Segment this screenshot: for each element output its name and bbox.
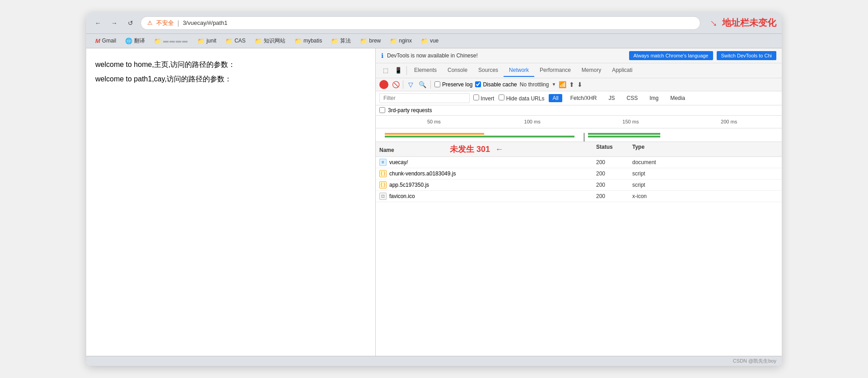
preserve-log-label: Preserve log [442, 81, 472, 88]
separator: | [177, 19, 179, 27]
timeline-label-100ms: 100 ms [483, 119, 582, 124]
bookmark-cas[interactable]: 📁 CAS [222, 36, 249, 46]
tab-console[interactable]: Console [442, 64, 473, 77]
devtools-notification: ℹ DevTools is now available in Chinese! … [376, 48, 782, 63]
header-status: Status [596, 144, 632, 155]
row-type-appjs: script [632, 182, 778, 188]
clear-button[interactable]: 🚫 [391, 80, 400, 89]
tab-sources[interactable]: Sources [473, 64, 504, 77]
folder-icon: 📁 [154, 38, 161, 44]
bookmark-translate[interactable]: 🌐 翻译 [121, 36, 149, 46]
warning-icon: ⚠ [147, 19, 153, 26]
filter-type-css[interactable]: CSS [623, 94, 641, 102]
row-status-appjs: 200 [596, 182, 632, 188]
bookmark-vue[interactable]: 📁 vue [417, 36, 442, 46]
search-button[interactable]: 🔍 [418, 80, 427, 89]
js-icon: { } [379, 170, 387, 177]
third-party-checkbox[interactable] [379, 107, 385, 113]
row-filename-appjs: app.5c197350.js [389, 182, 429, 188]
table-row[interactable]: □ favicon.ico 200 x-icon [376, 191, 782, 202]
row-status-chunk-vendors: 200 [596, 170, 632, 177]
tab-application[interactable]: Applicati [607, 64, 638, 77]
arrow-icon: → [706, 14, 723, 31]
row-filename-favicon: favicon.ico [389, 193, 415, 199]
row-name-appjs: { } app.5c197350.js [379, 181, 596, 189]
bookmark-junit[interactable]: 📁 junit [194, 36, 220, 46]
folder-icon-mybatis: 📁 [294, 38, 302, 44]
devtools-tabs: ⬚ 📱 Elements Console Sources Network Per… [376, 63, 782, 78]
ico-icon: □ [379, 193, 387, 200]
tab-performance[interactable]: Performance [534, 64, 576, 77]
preserve-log-checkbox[interactable] [434, 81, 440, 87]
invert-label: Invert [481, 95, 494, 102]
filter-type-all[interactable]: All [549, 94, 562, 102]
third-party-bar: 3rd-party requests [376, 105, 782, 116]
table-row[interactable]: { } chunk-vendors.a0183049.js 200 script [376, 168, 782, 180]
disable-cache-checkbox[interactable] [475, 81, 481, 87]
invert-option: Invert [473, 94, 494, 102]
forward-button[interactable]: → [108, 17, 121, 29]
header-name: Name 未发生 301 ← [379, 144, 596, 155]
row-name-vuecay: ≡ vuecay/ [379, 159, 596, 166]
translate-icon: 🌐 [125, 38, 132, 44]
filter-type-js[interactable]: JS [605, 94, 618, 102]
bookmark-blurred-label: ▬▬▬▬ [163, 38, 188, 44]
notification-text: DevTools is now available in Chinese! [387, 52, 625, 59]
back-button[interactable]: ← [92, 17, 104, 29]
bookmark-nginx[interactable]: 📁 nginx [386, 36, 415, 46]
row-type-favicon: x-icon [632, 193, 778, 199]
bookmark-blurred[interactable]: 📁 ▬▬▬▬ [150, 36, 192, 46]
page-content: welcome to home,主页,访问的路径的参数： welcome to … [86, 48, 375, 356]
invert-checkbox[interactable] [473, 94, 479, 100]
insecure-label: 不安全 [156, 19, 174, 27]
row-status-vuecay: 200 [596, 159, 632, 165]
wifi-icon: 📶 [559, 81, 566, 88]
bookmark-mybatis[interactable]: 📁 mybatis [291, 36, 326, 46]
address-annotation: → 地址栏未变化 [709, 17, 776, 29]
disable-cache-label: Disable cache [483, 81, 517, 88]
no-throttling-label: No throttling [520, 81, 549, 88]
bookmark-nginx-label: nginx [399, 38, 412, 44]
header-type: Type [632, 144, 778, 155]
info-icon: ℹ [381, 52, 383, 59]
timeline-green-bar2 [588, 133, 660, 135]
timeline-label-50ms: 50 ms [385, 119, 483, 124]
filter-input[interactable] [379, 93, 470, 103]
switch-devtools-button[interactable]: Switch DevTools to Chi [717, 51, 777, 60]
bookmark-suanfa[interactable]: 📁 算法 [327, 36, 355, 46]
bookmark-cas-label: CAS [234, 38, 246, 44]
filter-button[interactable]: ▽ [406, 80, 415, 89]
bookmark-junit-label: junit [206, 38, 216, 44]
tab-divider [406, 66, 407, 75]
record-button[interactable] [379, 80, 388, 89]
upload-icon: ⬆ [569, 81, 574, 88]
table-row[interactable]: ≡ vuecay/ 200 document [376, 157, 782, 168]
bookmark-zhishi[interactable]: 📁 知识网站 [251, 36, 289, 46]
tab-elements[interactable]: Elements [409, 64, 442, 77]
timeline-header: 50 ms 100 ms 150 ms 200 ms [376, 116, 782, 128]
cursor-tool-button[interactable]: ⬚ [379, 63, 392, 78]
device-tool-button[interactable]: 📱 [392, 63, 405, 78]
tab-network[interactable]: Network [504, 64, 534, 77]
browser-window: ← → ↺ ⚠ 不安全 | 3/vuecay/#/path1 → 地址栏未变化 … [86, 13, 782, 366]
bookmark-brew[interactable]: 📁 brew [356, 36, 384, 46]
download-icon: ⬇ [577, 81, 583, 88]
address-bar[interactable]: ⚠ 不安全 | 3/vuecay/#/path1 [140, 16, 700, 30]
filter-type-img[interactable]: Img [646, 94, 662, 102]
tab-memory[interactable]: Memory [576, 64, 607, 77]
folder-icon-suanfa: 📁 [331, 38, 338, 44]
table-row[interactable]: { } app.5c197350.js 200 script [376, 180, 782, 191]
match-language-button[interactable]: Always match Chrome's language [629, 51, 713, 60]
throttle-chevron-icon: ▼ [551, 82, 556, 87]
reload-button[interactable]: ↺ [124, 17, 137, 29]
bookmark-mybatis-label: mybatis [303, 38, 322, 44]
filter-type-media[interactable]: Media [667, 94, 689, 102]
hide-data-urls-checkbox[interactable] [499, 94, 504, 100]
network-table-header: Name 未发生 301 ← Status Type [376, 142, 782, 157]
bookmark-gmail[interactable]: M Gmail [92, 36, 120, 46]
filter-type-fetchxhr[interactable]: Fetch/XHR [567, 94, 601, 102]
page-line1: welcome to home,主页,访问的路径的参数： [95, 57, 366, 72]
timeline-label-200ms: 200 ms [680, 119, 778, 124]
bookmark-brew-label: brew [369, 38, 381, 44]
browser-footer: CSDN @凯先生boy [86, 356, 782, 366]
